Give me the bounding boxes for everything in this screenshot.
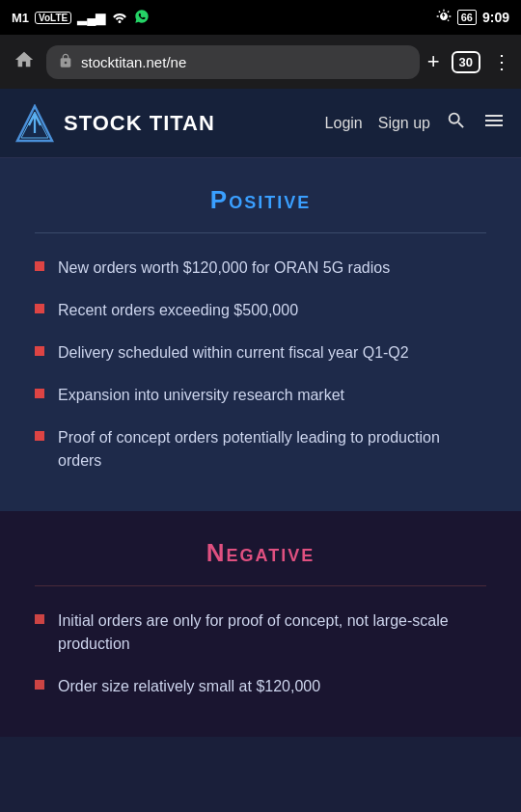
- positive-item-5: Proof of concept orders potentially lead…: [58, 426, 486, 473]
- battery-indicator: 66: [457, 10, 477, 25]
- positive-item-3: Delivery scheduled within current fiscal…: [58, 341, 409, 365]
- new-tab-button[interactable]: +: [427, 49, 440, 74]
- negative-divider: [35, 585, 486, 586]
- positive-section: Positive New orders worth $120,000 for O…: [0, 158, 521, 511]
- bullet-icon: [35, 304, 44, 313]
- volte-badge: VoLTE: [35, 12, 71, 24]
- browser-more-button[interactable]: ⋮: [492, 50, 511, 73]
- signup-link[interactable]: Sign up: [378, 115, 430, 132]
- bullet-icon: [35, 389, 44, 398]
- site-header: STOCK TITAN Login Sign up: [0, 89, 521, 158]
- positive-title: Positive: [35, 185, 486, 215]
- list-item: New orders worth $120,000 for ORAN 5G ra…: [35, 257, 486, 280]
- list-item: Expansion into university research marke…: [35, 384, 486, 407]
- negative-bullet-list: Initial orders are only for proof of con…: [35, 609, 486, 698]
- positive-item-4: Expansion into university research marke…: [58, 384, 344, 407]
- home-button[interactable]: [10, 49, 39, 75]
- positive-divider: [35, 232, 486, 233]
- bullet-icon: [35, 261, 44, 271]
- wifi-icon: [111, 10, 128, 26]
- list-item: Initial orders are only for proof of con…: [35, 609, 486, 656]
- logo-icon: [15, 104, 54, 143]
- login-link[interactable]: Login: [325, 115, 363, 132]
- bullet-icon: [35, 680, 44, 690]
- site-nav: Login Sign up: [325, 109, 506, 137]
- list-item: Order size relatively small at $120,000: [35, 675, 486, 698]
- whatsapp-icon: [134, 9, 150, 27]
- signal-icon: ▂▄▆: [77, 11, 105, 25]
- url-bar[interactable]: stocktitan.net/ne: [46, 45, 420, 79]
- bullet-icon: [35, 614, 44, 624]
- search-icon[interactable]: [446, 110, 467, 136]
- negative-item-2: Order size relatively small at $120,000: [58, 675, 320, 698]
- status-right: 66 9:09: [436, 9, 509, 27]
- positive-item-1: New orders worth $120,000 for ORAN 5G ra…: [58, 257, 390, 280]
- url-text: stocktitan.net/ne: [81, 54, 408, 70]
- main-content: Positive New orders worth $120,000 for O…: [0, 158, 521, 737]
- carrier-label: M1: [12, 11, 29, 25]
- browser-actions: + 30 ⋮: [427, 49, 511, 74]
- site-name: STOCK TITAN: [64, 111, 215, 136]
- tab-count-button[interactable]: 30: [452, 51, 480, 73]
- list-item: Recent orders exceeding $500,000: [35, 299, 486, 322]
- negative-title: Negative: [35, 538, 486, 568]
- positive-bullet-list: New orders worth $120,000 for ORAN 5G ra…: [35, 257, 486, 473]
- negative-item-1: Initial orders are only for proof of con…: [58, 609, 486, 656]
- negative-section: Negative Initial orders are only for pro…: [0, 511, 521, 737]
- time-display: 9:09: [482, 10, 509, 25]
- list-item: Proof of concept orders potentially lead…: [35, 426, 486, 473]
- browser-bar: stocktitan.net/ne + 30 ⋮: [0, 35, 521, 89]
- status-bar: M1 VoLTE ▂▄▆ 66 9:09: [0, 0, 521, 35]
- bullet-icon: [35, 346, 44, 356]
- site-logo[interactable]: STOCK TITAN: [15, 104, 215, 143]
- status-left: M1 VoLTE ▂▄▆: [12, 9, 150, 27]
- positive-item-2: Recent orders exceeding $500,000: [58, 299, 298, 322]
- alarm-icon: [436, 9, 452, 27]
- url-security-icon: [58, 53, 73, 71]
- menu-icon[interactable]: [482, 109, 506, 137]
- bullet-icon: [35, 431, 44, 441]
- list-item: Delivery scheduled within current fiscal…: [35, 341, 486, 365]
